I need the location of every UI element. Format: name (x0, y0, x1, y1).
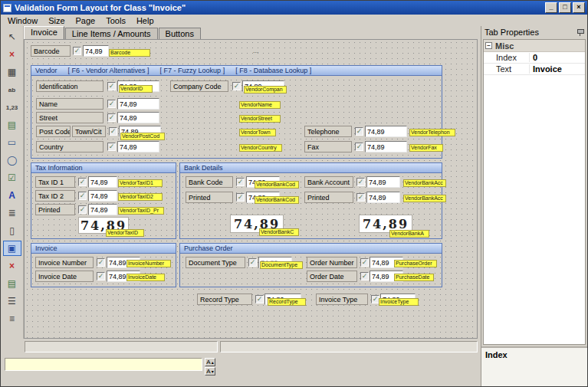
table-tool-icon[interactable]: ☰ (3, 294, 21, 309)
invoice-number-field-tag[interactable]: InvoiceNumber (126, 260, 171, 267)
minimize-button[interactable]: _ (545, 2, 557, 13)
document-tool-icon[interactable]: ▯ (3, 223, 21, 238)
barcode-field-tag[interactable]: Barcode (109, 49, 150, 57)
property-category-misc[interactable]: − Misc (484, 40, 585, 52)
bank-account-snippet-field-tag[interactable]: VendorBankA (389, 230, 429, 238)
tax-id-1-value[interactable]: 74,89 (88, 176, 117, 188)
country-checkbox[interactable]: ✓ (107, 143, 116, 151)
document-type-label[interactable]: Document Type (186, 257, 245, 268)
town-city-label[interactable]: Town/Cit (72, 126, 106, 137)
record-type-field-tag[interactable]: RecordType (268, 298, 306, 306)
label-tool-icon[interactable]: ab (3, 82, 21, 97)
bank-code-field-tag[interactable]: VendorBankCod (255, 181, 299, 189)
order-number-label[interactable]: Order Number (307, 257, 357, 268)
menu-help[interactable]: Help (131, 15, 159, 26)
town-field-tag[interactable]: VendorTown (239, 129, 276, 136)
font-increase-button[interactable]: A ▴ (205, 358, 215, 366)
collapse-icon[interactable]: − (485, 42, 492, 49)
tax-group-header[interactable]: Tax Information (31, 163, 176, 173)
identification-checkbox[interactable]: ✓ (107, 82, 116, 90)
invoice-number-label[interactable]: Invoice Number (35, 257, 94, 268)
bank-code-printed-label[interactable]: Printed (186, 192, 233, 203)
bank-account-printed-label[interactable]: Printed (304, 192, 353, 203)
property-value-index[interactable]: 0 (530, 53, 585, 62)
tax-printed-value[interactable]: 74,89 (88, 204, 117, 215)
invoice-type-field-tag[interactable]: InvoiceType (379, 298, 419, 306)
rectangle-tool-icon[interactable]: ▭ (3, 135, 21, 150)
record-type-checkbox[interactable]: ✓ (255, 295, 264, 303)
company-code-field-tag[interactable]: VendorCompan (244, 86, 287, 93)
invoice-date-label[interactable]: Invoice Date (35, 271, 94, 282)
lines-tool-icon[interactable]: ≡ (3, 311, 21, 326)
bank-code-checkbox[interactable]: ✓ (236, 178, 245, 186)
order-number-field-tag[interactable]: PurchaseOrder (394, 260, 437, 267)
identification-field-tag[interactable]: VendorID (119, 85, 153, 93)
tax-id-2-value[interactable]: 74,89 (88, 190, 117, 202)
invoice-type-label[interactable]: Invoice Type (316, 294, 368, 305)
tax-id-1-checkbox[interactable]: ✓ (78, 178, 87, 186)
post-code-field-tag[interactable]: VendorPostCod (120, 133, 165, 140)
property-value-text[interactable]: Invoice (530, 64, 585, 74)
order-date-checkbox[interactable]: ✓ (360, 272, 369, 280)
pin-icon[interactable] (577, 28, 584, 37)
amount-tool-icon[interactable]: 1,23 (3, 100, 21, 115)
company-code-checkbox[interactable]: ✓ (232, 82, 241, 90)
invoice-group-header[interactable]: Invoice (31, 244, 176, 254)
image-tool-icon[interactable]: ▤ (3, 117, 21, 133)
pointer-tool-icon[interactable]: ↖ (3, 29, 21, 44)
list-tool-icon[interactable]: ≣ (3, 205, 21, 221)
bank-code-printed-checkbox[interactable]: ✓ (236, 193, 245, 202)
country-value[interactable]: 74,89 (117, 141, 159, 153)
tax-id-1-label[interactable]: Tax ID 1 (35, 176, 75, 188)
tax-id-2-label[interactable]: Tax ID 2 (35, 190, 75, 202)
bank-group-header[interactable]: Bank Details (180, 163, 442, 173)
vendor-group-header[interactable]: Vendor [ F6 - Vendor Alternatives ] [ F7… (31, 66, 442, 76)
country-label[interactable]: Country (36, 141, 103, 153)
bank-account-printed-field-tag[interactable]: VendorBankAcc (403, 195, 446, 202)
stamp-tool-icon[interactable]: ▦ (3, 64, 21, 80)
purchase-group-header[interactable]: Purchase Order (180, 244, 442, 254)
order-date-label[interactable]: Order Date (307, 271, 357, 282)
telephone-value[interactable]: 74,89 (365, 126, 407, 137)
menu-page[interactable]: Page (71, 15, 101, 26)
tax-printed-field-tag[interactable]: VendorTaxID_Pr (118, 207, 164, 215)
fax-field-tag[interactable]: VendorFax (409, 144, 443, 152)
delete-tool-icon[interactable]: × (3, 47, 21, 62)
post-code-label[interactable]: Post Code (36, 126, 71, 137)
bank-account-value[interactable]: 74,89 (366, 176, 400, 188)
field-tool-icon[interactable]: ▣ (3, 241, 21, 256)
country-field-tag[interactable]: VendorCountry (239, 144, 282, 152)
document-type-checkbox[interactable]: ✓ (248, 258, 257, 267)
name-field-tag[interactable]: VendorName (239, 101, 281, 109)
ellipse-tool-icon[interactable]: ◯ (3, 153, 21, 168)
street-value[interactable]: 74,89 (117, 112, 159, 123)
tax-snippet-field-tag[interactable]: VendorTaxID (106, 229, 144, 237)
company-code-label[interactable]: Company Code (170, 80, 228, 92)
fax-value[interactable]: 74,89 (365, 141, 407, 153)
maximize-button[interactable]: □ (559, 2, 571, 13)
checkbox-tool-icon[interactable]: ☑ (3, 170, 21, 185)
bank-account-field-tag[interactable]: VendorBankAcc (403, 179, 446, 187)
post-code-checkbox[interactable]: ✓ (109, 127, 117, 136)
document-type-field-tag[interactable]: DocumentType (260, 261, 303, 269)
invoice-number-checkbox[interactable]: ✓ (97, 258, 105, 267)
bank-code-label[interactable]: Bank Code (186, 176, 233, 188)
order-number-checkbox[interactable]: ✓ (360, 258, 369, 267)
property-row-index[interactable]: Index 0 (484, 52, 585, 64)
font-tool-icon[interactable]: A (3, 188, 21, 203)
record-type-label[interactable]: Record Type (197, 294, 252, 305)
remove-tool-icon[interactable]: × (3, 258, 21, 274)
barcode-label[interactable]: Barcode (31, 45, 71, 57)
telephone-checkbox[interactable]: ✓ (355, 127, 363, 136)
menu-size[interactable]: Size (43, 15, 70, 26)
fax-checkbox[interactable]: ✓ (355, 143, 363, 151)
tab-line-items[interactable]: Line Items / Amounts (65, 28, 158, 39)
name-value[interactable]: 74,89 (117, 98, 159, 110)
fax-label[interactable]: Fax (304, 141, 352, 153)
design-canvas[interactable]: Vendor [ F6 - Vendor Alternatives ] [ F7… (24, 39, 478, 339)
tax-printed-checkbox[interactable]: ✓ (78, 205, 87, 214)
street-label[interactable]: Street (36, 112, 103, 123)
identification-label[interactable]: Identification (36, 80, 103, 92)
invoice-date-checkbox[interactable]: ✓ (97, 272, 105, 280)
name-checkbox[interactable]: ✓ (107, 100, 116, 108)
